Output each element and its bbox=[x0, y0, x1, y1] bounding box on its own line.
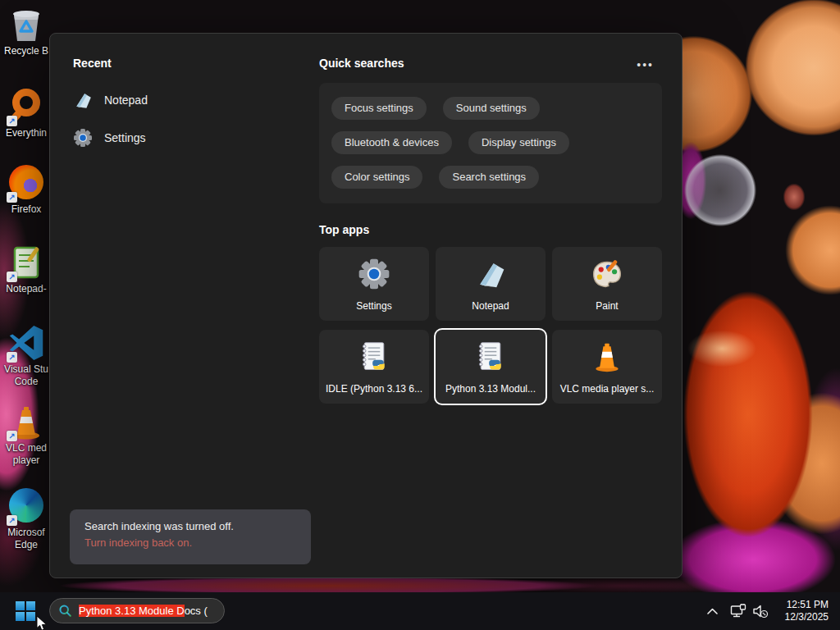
clock-date: 12/3/2025 bbox=[776, 611, 829, 623]
tray-network-icon[interactable] bbox=[727, 592, 750, 630]
windows-logo-icon bbox=[16, 601, 35, 621]
recent-item-notepad[interactable]: Notepad bbox=[73, 84, 245, 116]
everything-icon: ↗ bbox=[8, 89, 44, 125]
recent-item-settings[interactable]: Settings bbox=[73, 122, 245, 153]
firefox-icon: ↗ bbox=[8, 165, 44, 201]
top-app-tile-python-module-docs[interactable]: Python 3.13 Modul... bbox=[436, 330, 546, 404]
top-app-tile-idle-python[interactable]: IDLE (Python 3.13 6... bbox=[319, 330, 429, 404]
vlc-cone-icon bbox=[591, 340, 623, 373]
taskbar-clock[interactable]: 12:51 PM 12/3/2025 bbox=[776, 599, 829, 623]
top-app-tile-notepad[interactable]: Notepad bbox=[436, 247, 546, 321]
shortcut-arrow-icon: ↗ bbox=[7, 116, 17, 126]
indexing-notice: Search indexing was turned off. Turn ind… bbox=[70, 509, 311, 564]
quick-search-pill[interactable]: Focus settings bbox=[331, 97, 427, 120]
shortcut-arrow-icon: ↗ bbox=[7, 192, 17, 203]
top-app-label: Python 3.13 Modul... bbox=[436, 383, 546, 395]
desktop-icon-label: Edge bbox=[1, 539, 52, 551]
notepad-icon bbox=[73, 90, 93, 110]
desktop-icon-label: Firefox bbox=[1, 203, 52, 216]
indexing-notice-message: Search indexing was turned off. bbox=[84, 518, 296, 535]
desktop-icon-visual-studio-code[interactable]: ↗ Visual Stu Code bbox=[1, 325, 52, 388]
desktop-icon-label: Visual Stu bbox=[1, 363, 52, 376]
search-query-highlight: Python 3.13 Module D bbox=[79, 605, 185, 617]
desktop-icon-edge[interactable]: ↗ Microsof Edge bbox=[1, 487, 52, 551]
notepad-plus-plus-icon: ↗ bbox=[8, 244, 44, 281]
taskbar: Python 3.13 Module Docs ( 12:51 PM 12/3/… bbox=[0, 592, 840, 630]
vlc-cone-icon: ↗ bbox=[8, 404, 44, 440]
microsoft-edge-icon: ↗ bbox=[8, 488, 44, 524]
gear-icon bbox=[358, 258, 390, 290]
desktop-icon-everything[interactable]: ↗ Everythin bbox=[1, 85, 52, 139]
mouse-cursor bbox=[36, 616, 50, 630]
shortcut-arrow-icon: ↗ bbox=[7, 352, 17, 363]
paint-palette-icon bbox=[591, 258, 623, 290]
shortcut-arrow-icon: ↗ bbox=[7, 431, 17, 441]
taskbar-search-input[interactable]: Python 3.13 Module Docs ( bbox=[49, 598, 225, 623]
python-document-icon bbox=[358, 340, 390, 373]
top-app-tile-vlc[interactable]: VLC media player s... bbox=[552, 330, 662, 404]
search-query-text: Python 3.13 Module Docs ( bbox=[79, 605, 208, 617]
desktop-icon-label: VLC med bbox=[1, 442, 52, 454]
search-flyout-panel: Recent Notepad Se bbox=[49, 33, 682, 578]
quick-searches-card: Focus settings Sound settings Bluetooth … bbox=[319, 83, 662, 203]
desktop-icon-label: Everythin bbox=[1, 127, 52, 139]
top-app-label: Notepad bbox=[436, 300, 546, 312]
recent-item-label: Notepad bbox=[104, 94, 148, 107]
quick-search-pill[interactable]: Display settings bbox=[468, 131, 569, 154]
notepad-icon bbox=[474, 258, 507, 290]
quick-searches-title: Quick searches bbox=[319, 57, 404, 70]
quick-search-pill[interactable]: Bluetooth & devices bbox=[331, 131, 452, 154]
recent-item-label: Settings bbox=[104, 131, 146, 144]
desktop-icon-label: Recycle B bbox=[1, 45, 52, 57]
desktop-icon-label: Code bbox=[1, 376, 52, 388]
quick-search-pill[interactable]: Sound settings bbox=[443, 97, 540, 120]
search-icon bbox=[58, 604, 72, 618]
tray-volume-muted-icon[interactable] bbox=[750, 592, 771, 630]
turn-indexing-on-link[interactable]: Turn indexing back on. bbox=[84, 535, 296, 551]
desktop-icon-recycle-bin[interactable]: Recycle B bbox=[1, 7, 52, 57]
top-app-label: Settings bbox=[319, 300, 429, 312]
shortcut-arrow-icon: ↗ bbox=[7, 272, 17, 282]
start-button[interactable] bbox=[13, 600, 38, 623]
visual-studio-code-icon: ↗ bbox=[8, 325, 44, 361]
clock-time: 12:51 PM bbox=[776, 599, 829, 611]
top-apps-grid: Settings Notepad bbox=[319, 247, 662, 404]
top-app-label: Paint bbox=[552, 300, 662, 312]
desktop-icon-label: Notepad- bbox=[1, 283, 52, 295]
top-app-tile-paint[interactable]: Paint bbox=[552, 247, 662, 321]
top-app-label: VLC media player s... bbox=[552, 383, 662, 395]
desktop-icon-firefox[interactable]: ↗ Firefox bbox=[1, 164, 52, 216]
more-options-icon[interactable]: ••• bbox=[637, 58, 654, 71]
tray-chevron-up-icon[interactable] bbox=[702, 592, 722, 630]
top-apps-title: Top apps bbox=[319, 223, 369, 236]
quick-search-pill[interactable]: Search settings bbox=[439, 166, 539, 189]
desktop-icon-label: player bbox=[1, 454, 52, 467]
shortcut-arrow-icon: ↗ bbox=[7, 515, 17, 526]
recycle-bin-icon bbox=[8, 7, 44, 43]
gear-icon bbox=[73, 128, 93, 148]
recent-section-title: Recent bbox=[73, 57, 112, 70]
desktop-icon-label: Microsof bbox=[1, 527, 52, 539]
top-app-label: IDLE (Python 3.13 6... bbox=[319, 383, 429, 395]
desktop-icon-vlc[interactable]: ↗ VLC med player bbox=[1, 404, 52, 467]
quick-search-pill[interactable]: Color settings bbox=[331, 166, 422, 189]
top-app-tile-settings[interactable]: Settings bbox=[319, 247, 429, 321]
desktop-icon-notepad-plus-plus[interactable]: ↗ Notepad- bbox=[1, 244, 52, 295]
search-query-rest: ocs ( bbox=[185, 605, 208, 617]
python-document-icon bbox=[474, 340, 507, 373]
